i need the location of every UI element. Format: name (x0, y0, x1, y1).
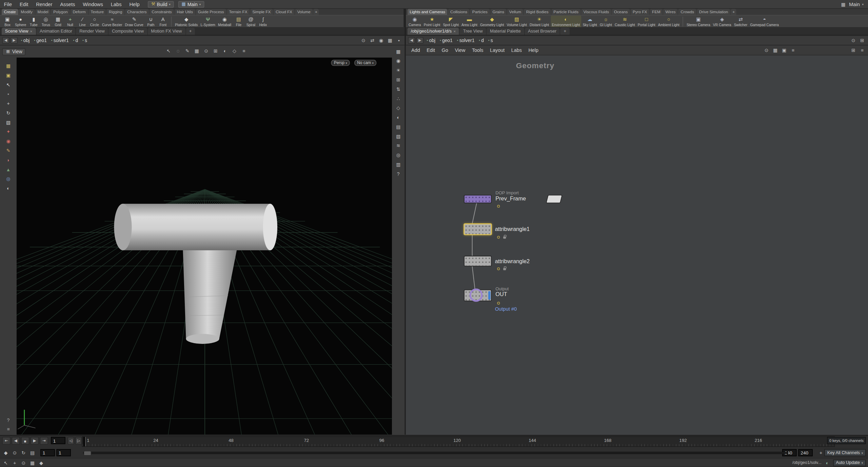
textures-icon[interactable]: ▤ (395, 123, 402, 130)
pane-tab-scene-view[interactable]: Scene View✕ (2, 28, 36, 35)
shelf-tool-l-system[interactable]: ΨL-System (199, 15, 216, 27)
lock-icon[interactable]: ▪ (395, 37, 402, 44)
snap-tool-icon[interactable]: ◎ (5, 175, 12, 182)
dopnet-icon[interactable]: ⊙ (20, 459, 27, 466)
wireframe-icon[interactable]: ◇ (231, 47, 238, 54)
pane-tab-add[interactable]: + (186, 28, 195, 35)
ortho-icon[interactable]: ⊞ (212, 47, 219, 54)
grid-icon[interactable]: ▦ (387, 37, 394, 44)
shelf-tool-distant-light[interactable]: ☀Distant Light (529, 15, 550, 27)
select-arrow-icon[interactable]: ↖ (2, 459, 9, 466)
path-item-geo1[interactable]: ▪geo1 (438, 37, 455, 44)
display-flag[interactable] (488, 291, 491, 299)
shelf-tab-hair-utils[interactable]: Hair Utils (175, 9, 195, 15)
menu-file[interactable]: File (0, 0, 16, 8)
shelf-tab-model[interactable]: Model (35, 9, 51, 15)
shelf-tool-draw-curve[interactable]: ✎Draw Curve (124, 15, 144, 27)
shelf-tab-volume[interactable]: Volume (295, 9, 313, 15)
key-icon[interactable]: ◆ (38, 459, 45, 466)
shelf-tool-volume-light[interactable]: ▨Volume Light (506, 15, 528, 27)
shelf-tab-pyro-fx[interactable]: Pyro FX (630, 9, 649, 15)
path-item-d[interactable]: ▪d (71, 37, 80, 44)
menu-render[interactable]: Render (32, 0, 56, 8)
shelf-tool-box[interactable]: ▣Box (2, 15, 13, 27)
shelf-tool-portal-light[interactable]: □Portal Light (636, 15, 656, 27)
scene-tools-icon[interactable]: ▦ (5, 62, 12, 69)
shelf-tab-polygon[interactable]: Polygon (51, 9, 70, 15)
view-tool-icon[interactable]: ◐ (5, 184, 12, 192)
camera-icon[interactable]: ◉ (395, 57, 402, 64)
lasso-icon[interactable]: ◌ (174, 47, 181, 54)
forward-button[interactable]: ▶ (416, 37, 423, 44)
path-item-d[interactable]: ▪d (477, 37, 486, 44)
grid-toggle-icon[interactable]: ⊞ (395, 76, 402, 83)
prev-frame-icon[interactable]: ◀ (12, 437, 20, 445)
shelf-tab-rigid-bodies[interactable]: Rigid Bodies (524, 9, 551, 15)
shelf-tool-platonic-solids[interactable]: ◆Platonic Solids (174, 15, 199, 27)
pane-tab-obj-geo1-solver1-d-s[interactable]: /obj/geo1/solver1/d/s✕ (408, 28, 459, 35)
snapshot-icon[interactable]: ◎ (395, 151, 402, 158)
normals-icon[interactable]: ⇅ (395, 85, 402, 92)
display-options-icon[interactable]: ≡ (240, 47, 248, 54)
node-partial[interactable] (546, 195, 563, 203)
shelf-tool-area-light[interactable]: ▬Area Light (460, 15, 478, 27)
keys-info[interactable]: 0 keys, 0/0 channels (827, 437, 866, 444)
range-slider-handle[interactable] (84, 451, 92, 456)
pin-icon[interactable]: ⊙ (360, 37, 367, 44)
help-icon[interactable]: ? (5, 416, 12, 424)
pane-tab-tree-view[interactable]: Tree View (460, 28, 486, 35)
grid-icon[interactable]: ▦ (772, 46, 779, 54)
paint-tool-icon[interactable]: ✎ (5, 147, 12, 154)
shelf-tab-constraints[interactable]: Constraints (150, 9, 174, 15)
shelf-tool-line[interactable]: ∕Line (77, 15, 88, 27)
translate-tool-icon[interactable]: + (5, 100, 12, 107)
shelf-tool-ambient-light[interactable]: ○Ambient Light (657, 15, 680, 27)
pane-tab-add[interactable]: + (560, 28, 570, 35)
menu-windows[interactable]: Windows (79, 0, 107, 8)
playback-start-field[interactable]: 1 (57, 449, 71, 456)
pane-tab-composite-view[interactable]: Composite View (108, 28, 147, 35)
path-item-solver1[interactable]: ▪solver1 (49, 37, 71, 44)
node-attribwrangle2[interactable] (464, 256, 492, 266)
menu-help[interactable]: Help (125, 0, 143, 8)
help-icon[interactable]: ? (395, 170, 402, 177)
node-name-label[interactable]: attribwrangle2 (495, 258, 530, 264)
shelf-tool-switcher[interactable]: ⇄Switcher (733, 15, 748, 27)
shelf-tab-particles[interactable]: Particles (470, 9, 490, 15)
shelf-tab-texture[interactable]: Texture (88, 9, 106, 15)
menu-labs[interactable]: Labs (107, 0, 125, 8)
snapshot-icon[interactable]: ▣ (5, 72, 12, 79)
handles-icon[interactable]: + (11, 459, 18, 466)
shelf-tool-stereo-camera[interactable]: ▣Stereo Camera (686, 15, 711, 27)
shelf-tab-lights-and-cameras[interactable]: Lights and Cameras (408, 9, 448, 15)
step-back-icon[interactable]: ◁ (67, 437, 74, 445)
network-menu-tools[interactable]: Tools (469, 47, 487, 53)
shelf-tool-gi-light[interactable]: ☼GI Light (599, 15, 613, 27)
menubar-main-label[interactable]: Main (849, 1, 860, 7)
shelf-tab-drive-simulation[interactable]: Drive Simulation (697, 9, 730, 15)
shelf-tool-gamepad-camera[interactable]: ◓Gamepad Camera (749, 15, 780, 27)
shelf-tab-modify[interactable]: Modify (19, 9, 35, 15)
shelf-tool-environment-light[interactable]: ◐Environment Light (551, 15, 581, 27)
shelf-tab-deform[interactable]: Deform (71, 9, 88, 15)
shelf-tool-circle[interactable]: ○Circle (89, 15, 100, 27)
snap-point-icon[interactable]: ⊙ (203, 47, 210, 54)
network-menu-labs[interactable]: Labs (508, 47, 525, 53)
network-menu-go[interactable]: Go (438, 47, 452, 53)
pane-tab-render-view[interactable]: Render View (76, 28, 108, 35)
forward-button[interactable]: ▶ (11, 37, 18, 44)
network-menu-layout[interactable]: Layout (487, 47, 508, 53)
shelf-tab-add[interactable]: + (731, 9, 736, 15)
path-item-obj[interactable]: ▪obj (19, 37, 32, 44)
snap-grid-icon[interactable]: ▦ (193, 47, 200, 54)
pose-tool-icon[interactable]: ✦ (5, 128, 12, 135)
scale-tool-icon[interactable]: ▧ (5, 118, 12, 125)
pin-icon[interactable]: ⊙ (850, 37, 857, 44)
close-icon[interactable]: ✕ (30, 30, 33, 33)
display-options-icon[interactable]: ▦ (395, 47, 402, 55)
node-attribwrangle1[interactable] (464, 224, 492, 235)
step-forward-icon[interactable]: ▷ (75, 437, 82, 445)
shelf-tab-fem[interactable]: FEM (650, 9, 663, 15)
terrain-tool-icon[interactable]: ▲ (5, 166, 12, 173)
shelf-tool-camera[interactable]: ◉Camera (408, 15, 422, 27)
